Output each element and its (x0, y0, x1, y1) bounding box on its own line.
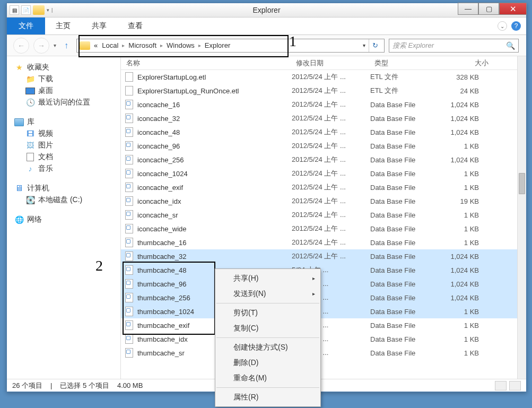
history-dropdown-icon[interactable]: ▾ (54, 42, 56, 48)
properties-icon[interactable]: ▤ (10, 5, 19, 15)
file-size: 1,024 KB (450, 266, 495, 274)
sidebar-item-disk-c[interactable]: 💽 本地磁盘 (C:) (7, 194, 120, 206)
up-button[interactable]: ↑ (60, 40, 72, 51)
file-name: ExplorerStartupLog.etl (134, 73, 292, 81)
network-icon: 🌐 (14, 215, 24, 224)
chevron-right-icon[interactable]: ▸ (120, 42, 126, 48)
file-row[interactable]: iconcache_10242012/5/24 上午 ...Data Base … (121, 167, 526, 180)
ctx-share-label: 共享(H) (233, 274, 258, 283)
crumb-windows[interactable]: Windows (164, 41, 197, 49)
col-size[interactable]: 大小 (449, 58, 494, 68)
folder-icon[interactable] (33, 5, 45, 15)
ctx-separator (216, 387, 319, 388)
favorites-label: 收藏夹 (27, 63, 49, 72)
libraries-heading[interactable]: 库 (7, 116, 120, 128)
sidebar-item-recent[interactable]: 🕓 最近访问的位置 (7, 97, 120, 108)
file-row[interactable]: iconcache_482012/5/24 上午 ...Data Base Fi… (121, 125, 526, 139)
search-input[interactable] (393, 41, 506, 49)
scrollbar-thumb[interactable] (519, 173, 525, 194)
file-tab[interactable]: 文件 (7, 18, 45, 34)
crumb-explorer[interactable]: Explorer (203, 41, 232, 49)
home-tab[interactable]: 主页 (45, 18, 81, 34)
forward-button[interactable]: → (33, 38, 49, 54)
file-row[interactable]: iconcache_idx2012/5/24 上午 ...Data Base F… (121, 194, 526, 208)
file-row[interactable]: ExplorerStartupLog.etl2012/5/24 上午 ...ET… (121, 70, 526, 84)
file-type: Data Base File (370, 142, 450, 150)
address-dropdown-icon[interactable]: ▾ (363, 42, 365, 48)
sidebar-item-downloads[interactable]: 📁 下载 (7, 73, 120, 85)
file-row[interactable]: thumbcache_485/24 上午 ...Data Base File1,… (121, 263, 526, 277)
ctx-cut[interactable]: 剪切(T) (215, 305, 320, 320)
ctx-share[interactable]: 共享(H) ▸ (215, 271, 320, 286)
sidebar-item-pictures[interactable]: 🖼 图片 (7, 140, 120, 151)
file-row[interactable]: iconcache_162012/5/24 上午 ...Data Base Fi… (121, 98, 526, 111)
sidebar-item-desktop[interactable]: 桌面 (7, 85, 120, 97)
db-file-icon (124, 127, 134, 137)
file-row[interactable]: thumbcache_965/24 上午 ...Data Base File1,… (121, 277, 526, 291)
icons-view-button[interactable] (509, 381, 521, 390)
sidebar-item-video[interactable]: 🎞 视频 (7, 128, 120, 140)
vertical-scrollbar[interactable] (517, 56, 526, 379)
view-switcher (495, 381, 521, 390)
file-list[interactable]: ExplorerStartupLog.etl2012/5/24 上午 ...ET… (121, 70, 526, 379)
file-row[interactable]: thumbcache_162012/5/24 上午 ...Data Base F… (121, 236, 526, 249)
ctx-copy[interactable]: 复制(C) (215, 320, 320, 336)
file-type: Data Base File (370, 280, 450, 288)
minimize-button[interactable]: — (458, 3, 478, 15)
chevron-right-icon[interactable]: ▸ (159, 42, 164, 48)
file-row[interactable]: ExplorerStartupLog_RunOnce.etl2012/5/24 … (121, 84, 526, 98)
nav-pane: ★ 收藏夹 📁 下载 桌面 🕓 最近访问的位置 (7, 56, 121, 379)
ctx-delete[interactable]: 删除(D) (215, 355, 320, 370)
file-size: 1,024 KB (450, 253, 495, 261)
col-date[interactable]: 修改日期 (291, 58, 369, 68)
computer-heading[interactable]: 🖥 计算机 (7, 183, 120, 194)
share-tab[interactable]: 共享 (81, 18, 117, 34)
file-row[interactable]: thumbcache_322012/5/24 上午 ...Data Base F… (121, 249, 526, 263)
back-button[interactable]: ← (13, 38, 29, 54)
file-row[interactable]: thumbcache_2565/24 上午 ...Data Base File1… (121, 291, 526, 305)
ctx-sendto[interactable]: 发送到(N) ▸ (215, 286, 320, 301)
crumb-ellipsis[interactable]: « (92, 41, 100, 49)
file-row[interactable]: iconcache_2562012/5/24 上午 ...Data Base F… (121, 153, 526, 167)
file-row[interactable]: thumbcache_idx5/24 上午 ...Data Base File1… (121, 332, 526, 346)
file-size: 1 KB (450, 184, 495, 192)
ctx-shortcut[interactable]: 创建快捷方式(S) (215, 340, 320, 355)
file-row[interactable]: thumbcache_exif5/24 上午 ...Data Base File… (121, 318, 526, 332)
file-row[interactable]: iconcache_wide2012/5/24 上午 ...Data Base … (121, 222, 526, 236)
file-row[interactable]: thumbcache_sr5/24 上午 ...Data Base File1 … (121, 346, 526, 360)
file-type: Data Base File (370, 184, 450, 192)
search-icon[interactable]: 🔍 (506, 41, 515, 50)
new-folder-icon[interactable]: 📄 (21, 5, 31, 15)
ctx-rename[interactable]: 重命名(M) (215, 370, 320, 386)
details-view-button[interactable] (495, 381, 507, 390)
file-row[interactable]: iconcache_962012/5/24 上午 ...Data Base Fi… (121, 139, 526, 153)
chevron-right-icon[interactable]: ▸ (197, 42, 203, 48)
file-size: 19 KB (450, 197, 495, 205)
file-row[interactable]: thumbcache_10245/24 上午 ...Data Base File… (121, 305, 526, 318)
address-bar[interactable]: « Local ▸ Microsoft ▸ Windows ▸ Explorer… (76, 39, 385, 53)
crumb-microsoft[interactable]: Microsoft (126, 41, 159, 49)
file-row[interactable]: iconcache_exif2012/5/24 上午 ...Data Base … (121, 180, 526, 194)
refresh-button[interactable]: ↻ (369, 39, 381, 52)
file-row[interactable]: iconcache_322012/5/24 上午 ...Data Base Fi… (121, 111, 526, 125)
crumb-local[interactable]: Local (100, 41, 120, 49)
collapse-ribbon-icon[interactable]: ⌄ (498, 21, 507, 31)
qat-dropdown-icon[interactable]: ▾ (47, 7, 49, 13)
file-name: iconcache_idx (134, 197, 292, 205)
sidebar-item-music[interactable]: ♪ 音乐 (7, 163, 120, 175)
network-heading[interactable]: 🌐 网络 (7, 214, 120, 225)
favorites-heading[interactable]: ★ 收藏夹 (7, 62, 120, 73)
maximize-button[interactable]: ▢ (478, 3, 499, 15)
ctx-properties[interactable]: 属性(R) (215, 389, 320, 405)
col-name[interactable]: 名称 (121, 58, 291, 68)
file-type: Data Base File (370, 253, 450, 261)
view-tab[interactable]: 查看 (117, 18, 153, 34)
close-button[interactable]: ✕ (499, 3, 527, 15)
sidebar-item-documents[interactable]: 文档 (7, 151, 120, 163)
file-name: iconcache_32 (134, 115, 292, 123)
help-icon[interactable]: ? (511, 21, 521, 31)
file-row[interactable]: iconcache_sr2012/5/24 上午 ...Data Base Fi… (121, 208, 526, 222)
search-box[interactable]: 🔍 (389, 39, 519, 53)
file-list-pane: 名称 修改日期 类型 大小 ExplorerStartupLog.etl2012… (121, 56, 526, 379)
col-type[interactable]: 类型 (369, 58, 449, 68)
